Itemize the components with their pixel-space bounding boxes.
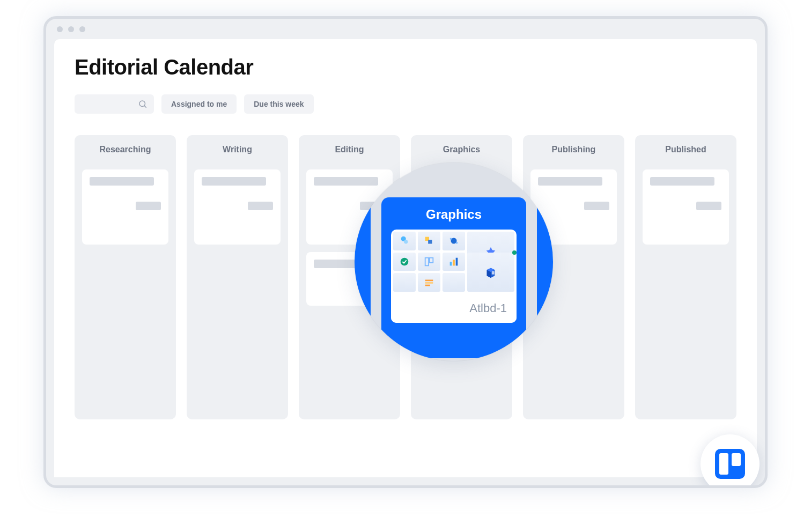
thumb-tile — [443, 253, 465, 271]
device-frame: Editorial Calendar Assigned to me Due th… — [43, 16, 768, 488]
thumb-tile — [418, 253, 440, 271]
placeholder-line — [90, 177, 154, 186]
svg-rect-24 — [425, 279, 433, 281]
svg-line-1 — [144, 106, 146, 107]
page-title: Editorial Calendar — [75, 55, 736, 79]
column-header: Published — [643, 145, 729, 154]
svg-point-8 — [456, 242, 458, 244]
column-header: Researching — [82, 145, 168, 154]
thumb-tile — [467, 253, 514, 292]
placeholder-line — [584, 202, 609, 210]
magnifier-callout: Graphics — [355, 162, 553, 361]
notification-dot-icon — [512, 250, 517, 255]
placeholder-line — [314, 177, 378, 186]
column-researching[interactable]: Researching — [75, 135, 176, 419]
thumb-tile — [393, 232, 416, 250]
svg-rect-16 — [456, 258, 458, 266]
svg-point-0 — [139, 101, 145, 107]
toolbar: Assigned to me Due this week — [75, 94, 736, 114]
svg-rect-13 — [430, 258, 433, 263]
svg-rect-26 — [425, 284, 430, 286]
thumb-tile — [418, 232, 440, 250]
filter-assigned-to-me[interactable]: Assigned to me — [161, 94, 237, 114]
svg-rect-5 — [428, 240, 432, 243]
card-placeholder[interactable] — [194, 169, 281, 245]
window-control-minimize[interactable] — [68, 26, 74, 32]
window-control-maximize[interactable] — [79, 26, 85, 32]
svg-point-3 — [404, 240, 408, 243]
thumb-tile — [393, 273, 416, 292]
search-input[interactable] — [75, 94, 154, 114]
svg-rect-15 — [453, 260, 455, 265]
card-label: Atlbd-1 — [391, 294, 517, 323]
app-window: Editorial Calendar Assigned to me Due th… — [54, 39, 757, 477]
column-header: Graphics — [418, 145, 505, 154]
thumb-tile — [418, 273, 440, 292]
column-header: Editing — [306, 145, 393, 154]
column-published[interactable]: Published — [635, 135, 736, 419]
placeholder-line — [202, 177, 266, 186]
filter-due-this-week[interactable]: Due this week — [244, 94, 313, 114]
placeholder-line — [538, 177, 602, 186]
svg-rect-14 — [450, 262, 452, 265]
trello-badge — [701, 434, 760, 488]
column-writing[interactable]: Writing — [187, 135, 288, 419]
magnifier-column-header: Graphics — [391, 207, 517, 222]
magnifier-card[interactable]: Atlbd-1 — [391, 230, 517, 323]
svg-point-7 — [450, 238, 452, 240]
thumb-tile — [393, 253, 416, 271]
window-control-close[interactable] — [57, 26, 63, 32]
svg-point-11 — [401, 258, 409, 266]
trello-icon — [715, 449, 745, 479]
card-placeholder[interactable] — [82, 169, 168, 245]
svg-rect-12 — [425, 258, 429, 266]
card-thumbnail-grid — [391, 230, 517, 294]
window-titlebar — [46, 19, 765, 39]
thumb-tile — [443, 273, 465, 292]
column-header: Publishing — [530, 145, 617, 154]
thumb-tile — [443, 232, 465, 250]
placeholder-line — [136, 202, 161, 210]
placeholder-line — [696, 202, 721, 210]
svg-rect-25 — [425, 282, 433, 284]
card-placeholder[interactable] — [643, 169, 729, 245]
column-header: Writing — [194, 145, 281, 154]
magnifier-column-graphics: Graphics — [381, 197, 526, 358]
search-icon — [138, 99, 148, 109]
placeholder-line — [650, 177, 714, 186]
placeholder-line — [248, 202, 273, 210]
